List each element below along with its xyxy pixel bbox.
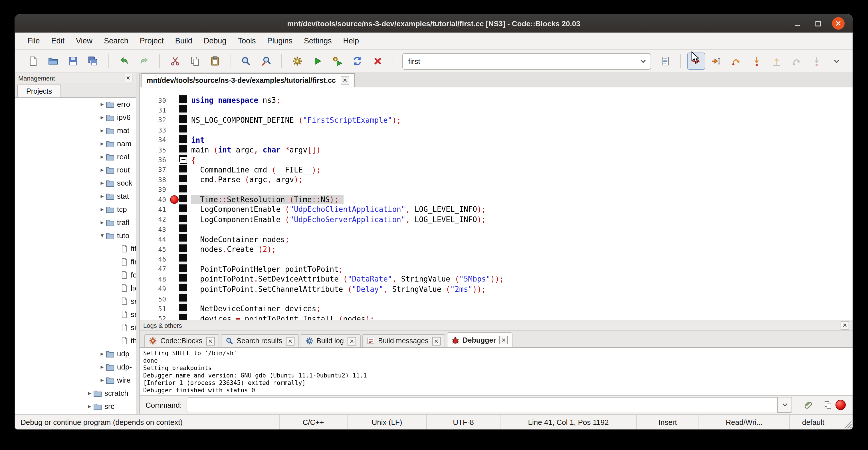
line-number[interactable]: 49 — [140, 285, 169, 293]
editor-line[interactable]: 39 — [140, 185, 852, 195]
line-number[interactable]: 39 — [140, 186, 169, 193]
logs-tab-debugger[interactable]: Debugger — [447, 332, 513, 347]
editor-line[interactable]: 41 LogComponentEnable ("UdpEchoClientApp… — [140, 205, 852, 215]
editor-line[interactable]: 30using namespace ns3; — [140, 95, 852, 106]
line-number[interactable]: 51 — [140, 305, 169, 313]
build-and-run-button[interactable] — [329, 53, 346, 70]
chevron-down-icon[interactable] — [636, 57, 651, 65]
logs-tab-build-log[interactable]: Build log — [301, 334, 361, 347]
menu-item-project[interactable]: Project — [134, 34, 169, 48]
editor-line[interactable]: 33 — [140, 125, 852, 135]
logs-tab-search-results[interactable]: Search results — [221, 334, 299, 347]
step-out-button[interactable] — [768, 53, 785, 70]
editor-tab[interactable]: mnt/dev/tools/source/ns-3-dev/examples/t… — [141, 73, 355, 87]
save-button[interactable] — [64, 53, 82, 70]
tab-close-icon[interactable] — [347, 337, 356, 345]
tree-item-fir[interactable]: fir — [15, 255, 136, 268]
chevron-right-icon[interactable]: ▸ — [86, 402, 94, 410]
menu-item-build[interactable]: Build — [169, 34, 198, 48]
breakpoint-margin[interactable] — [169, 125, 179, 135]
undo-button[interactable] — [115, 53, 133, 70]
tree-item-real[interactable]: ▸real — [15, 150, 136, 163]
line-number[interactable]: 37 — [140, 166, 169, 174]
tree-item-he[interactable]: he — [15, 281, 136, 295]
breakpoint-margin[interactable] — [169, 224, 179, 234]
abort-button[interactable] — [369, 53, 386, 70]
stop-debugger-button[interactable] — [835, 400, 846, 410]
tab-close-icon[interactable] — [499, 336, 508, 344]
paste-button[interactable] — [206, 53, 224, 70]
breakpoint-margin[interactable] — [169, 95, 179, 106]
line-number[interactable]: 34 — [140, 136, 169, 144]
tree-item-th[interactable]: th — [15, 334, 136, 347]
panel-close-icon[interactable] — [124, 74, 132, 82]
line-number[interactable]: 46 — [140, 255, 169, 263]
editor-line[interactable]: 46 — [140, 254, 852, 264]
breakpoint-margin[interactable] — [169, 155, 179, 165]
panel-close-icon[interactable] — [841, 321, 849, 330]
tree-item-six[interactable]: six — [15, 321, 136, 334]
editor-line[interactable]: 31 — [140, 106, 852, 115]
tree-item-src[interactable]: ▸src — [15, 400, 136, 413]
breakpoint-margin[interactable] — [169, 175, 179, 185]
editor-line[interactable]: 38 cmd.Parse (argc, argv); — [140, 175, 852, 185]
open-file-button[interactable] — [44, 53, 62, 70]
breakpoint-margin[interactable] — [169, 284, 179, 294]
chevron-right-icon[interactable]: ▸ — [98, 376, 106, 384]
menu-item-debug[interactable]: Debug — [198, 34, 232, 48]
line-number[interactable]: 32 — [140, 116, 169, 124]
line-number[interactable]: 50 — [140, 295, 169, 303]
step-into-button[interactable] — [748, 53, 765, 70]
breakpoint-margin[interactable] — [169, 274, 179, 284]
chevron-right-icon[interactable]: ▸ — [98, 206, 106, 213]
chevron-right-icon[interactable]: ▸ — [98, 114, 106, 121]
tree-item-trafl[interactable]: ▸trafl — [15, 216, 136, 229]
line-number[interactable]: 42 — [140, 216, 169, 223]
line-number[interactable]: 35 — [140, 146, 169, 154]
line-number[interactable]: 40 — [140, 196, 169, 204]
line-number[interactable]: 44 — [140, 235, 169, 243]
editor-line[interactable]: 49 pointToPoint.SetChannelAttribute ("De… — [140, 284, 852, 294]
editor-line[interactable]: 42 LogComponentEnable ("UdpEchoServerApp… — [140, 214, 852, 224]
chevron-right-icon[interactable]: ▸ — [98, 192, 106, 200]
breakpoint-icon[interactable] — [170, 195, 178, 204]
editor-line[interactable]: 35main (int argc, char *argv[]) — [140, 145, 852, 155]
editor-line[interactable]: 36{ — [140, 155, 852, 165]
editor-line[interactable]: 37 CommandLine cmd (__FILE__); — [140, 165, 852, 175]
run-to-cursor-button[interactable] — [707, 53, 725, 70]
save-all-button[interactable] — [84, 53, 102, 70]
breakpoint-margin[interactable] — [169, 185, 179, 195]
line-number[interactable]: 41 — [140, 206, 169, 214]
chevron-right-icon[interactable]: ▸ — [86, 389, 94, 397]
open-files-list-button[interactable] — [657, 53, 674, 70]
line-number[interactable]: 31 — [140, 106, 169, 114]
editor-line[interactable]: 34int — [140, 135, 852, 145]
tree-item-fif[interactable]: fif — [15, 242, 136, 255]
line-number[interactable]: 43 — [140, 226, 169, 234]
editor-line[interactable]: 44 NodeContainer nodes; — [140, 234, 852, 244]
redo-button[interactable] — [135, 53, 153, 70]
breakpoint-margin[interactable] — [169, 115, 179, 125]
line-number[interactable]: 47 — [140, 265, 169, 273]
tree-item-tuto[interactable]: ▾tuto — [15, 229, 136, 242]
logs-tab-code-blocks[interactable]: Code::Blocks — [144, 334, 219, 347]
run-button[interactable] — [308, 53, 326, 70]
chevron-right-icon[interactable]: ▸ — [98, 166, 106, 174]
editor-line[interactable]: 40 Time::SetResolution (Time::NS); — [140, 195, 852, 205]
breakpoint-margin[interactable] — [169, 145, 179, 155]
tree-item-erro[interactable]: ▸erro — [15, 98, 136, 111]
rebuild-button[interactable] — [349, 53, 366, 70]
line-number[interactable]: 45 — [140, 245, 169, 253]
chevron-right-icon[interactable]: ▸ — [98, 179, 106, 187]
breakpoint-margin[interactable] — [169, 165, 179, 175]
editor-line[interactable]: 43 — [140, 224, 852, 234]
tree-item-scratch[interactable]: ▸scratch — [15, 387, 136, 400]
command-input[interactable] — [186, 397, 777, 412]
editor-line[interactable]: 32NS_LOG_COMPONENT_DEFINE ("FirstScriptE… — [140, 115, 852, 125]
editor-line[interactable]: 52 devices = pointToPoint.Install (nodes… — [140, 314, 852, 320]
menu-item-settings[interactable]: Settings — [298, 34, 338, 48]
step-into-instruction-button[interactable] — [808, 53, 826, 70]
next-instruction-button[interactable] — [788, 53, 806, 70]
line-number[interactable]: 36 — [140, 156, 169, 164]
toolbar-overflow-button[interactable] — [828, 53, 846, 70]
